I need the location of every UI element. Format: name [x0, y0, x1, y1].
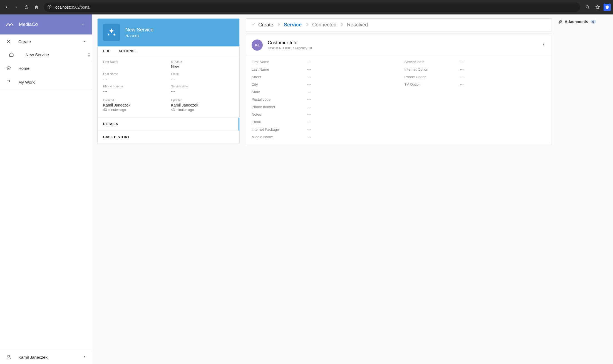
field-value: --- [307, 82, 311, 86]
detail-subvalue: 43 minutes ago [171, 108, 234, 112]
browser-chrome: localhost:3502/portal [0, 0, 613, 14]
detail-label: STATUS [171, 60, 234, 63]
case-title: New Service [125, 27, 153, 33]
field-value: --- [307, 112, 311, 117]
chevron-right-icon [340, 22, 344, 28]
browser-forward-button[interactable] [12, 3, 21, 11]
address-bar[interactable]: localhost:3502/portal [44, 3, 580, 12]
case-meta-item: CreatedKamil Janeczek43 minutes ago [103, 98, 166, 112]
person-icon [6, 354, 12, 360]
sidebar-collapse-button[interactable] [79, 21, 86, 28]
task-field-row: Last Name--- [252, 66, 393, 73]
detail-value: Kamil Janeczek [171, 103, 234, 107]
field-value: --- [460, 82, 464, 86]
chevron-right-icon [277, 22, 281, 28]
field-label: Street [252, 75, 307, 79]
field-label: Postal code [252, 97, 307, 101]
field-label: State [252, 90, 307, 94]
close-icon [6, 38, 12, 44]
browser-bookmark-button[interactable] [594, 3, 602, 11]
sidebar-item-label: My Work [18, 80, 86, 85]
detail-value: --- [103, 65, 166, 69]
chevron-right-icon [305, 22, 309, 28]
field-value: --- [307, 60, 311, 64]
field-label: TV Option [404, 82, 460, 86]
stage-resolved[interactable]: Resolved [347, 22, 368, 28]
field-label: Middle Name [252, 135, 307, 139]
task-field-row: City--- [252, 81, 393, 88]
sidebar-item-new-service[interactable]: New Service [0, 48, 92, 61]
tab-case-history[interactable]: CASE HISTORY [98, 131, 239, 144]
case-actions-menu[interactable]: ACTIONS... [118, 49, 138, 53]
case-detail-item: Email--- [171, 72, 234, 81]
detail-label: Updated [171, 98, 234, 102]
detail-value: --- [103, 89, 166, 93]
task-field-row: Street--- [252, 73, 393, 81]
sidebar-create-label: Create [18, 39, 76, 44]
task-field-row: Service date--- [404, 58, 546, 66]
detail-value: --- [171, 77, 234, 81]
case-meta-item: UpdatedKamil Janeczek43 minutes ago [171, 98, 234, 112]
attachments-button[interactable]: Attachments 0 [558, 19, 608, 24]
stage-connected[interactable]: Connected [312, 22, 336, 28]
brand-logo[interactable]: MediaCo [6, 21, 38, 28]
browser-back-button[interactable] [2, 3, 11, 11]
tab-details[interactable]: DETAILS [98, 118, 239, 131]
task-field-row: Email--- [252, 118, 393, 126]
task-subtitle: Task in N-11001 • Urgency 10 [268, 46, 312, 50]
field-value: --- [460, 75, 464, 79]
attachments-label: Attachments [565, 19, 588, 24]
detail-value: --- [103, 77, 166, 81]
task-field-row: Internet Package--- [252, 126, 393, 133]
field-value: --- [307, 75, 311, 79]
sidebar-item-label: Home [18, 66, 86, 71]
sidebar-stepper-icon[interactable] [88, 52, 90, 57]
attachments-count: 0 [590, 20, 596, 24]
browser-zoom-button[interactable] [584, 3, 592, 11]
svg-point-3 [586, 6, 589, 8]
field-value: --- [307, 135, 311, 139]
field-label: Internet Package [252, 127, 307, 132]
task-field-row: Internet Option--- [404, 66, 546, 73]
svg-rect-4 [9, 54, 13, 56]
svg-point-5 [8, 355, 10, 357]
sidebar-item-mywork[interactable]: My Work [0, 75, 92, 89]
task-expand-button[interactable] [542, 42, 546, 48]
task-field-row: Middle Name--- [252, 133, 393, 141]
sidebar-create-toggle[interactable]: Create [0, 34, 92, 48]
case-edit-button[interactable]: EDIT [103, 49, 111, 53]
browser-extension-icon[interactable] [604, 4, 611, 11]
browser-home-button[interactable] [32, 3, 41, 11]
detail-subvalue: 43 minutes ago [103, 108, 166, 112]
detail-label: Phone number [103, 85, 166, 88]
sidebar: MediaCo Create New Service [0, 14, 92, 364]
stage-service[interactable]: Service [284, 22, 302, 28]
field-value: --- [460, 60, 464, 64]
case-summary-card: New Service N-11001 EDIT ACTIONS... Firs… [97, 18, 240, 144]
sidebar-item-home[interactable]: Home [0, 61, 92, 75]
svg-rect-2 [49, 6, 49, 6]
browser-reload-button[interactable] [22, 3, 31, 11]
field-value: --- [307, 90, 311, 94]
case-header: New Service N-11001 [98, 19, 239, 46]
field-label: Notes [252, 112, 307, 117]
case-id: N-11001 [125, 34, 153, 38]
check-icon [251, 22, 255, 28]
detail-label: First Name [103, 60, 166, 63]
field-label: Internet Option [404, 67, 460, 71]
sidebar-user-name: Kamil Janeczek [18, 355, 76, 360]
field-value: --- [307, 97, 311, 101]
case-detail-item: STATUSNew [171, 60, 234, 69]
stage-create[interactable]: Create [258, 22, 273, 28]
sparkle-icon [103, 24, 120, 41]
field-label: First Name [252, 60, 307, 64]
task-field-row: Phone Option--- [404, 73, 546, 81]
case-detail-item: Phone number--- [103, 85, 166, 93]
site-info-icon[interactable] [47, 4, 52, 10]
task-field-row: Notes--- [252, 111, 393, 118]
sidebar-user-menu[interactable]: Kamil Janeczek [0, 350, 92, 364]
detail-value: New [171, 65, 234, 69]
field-value: --- [307, 67, 311, 71]
task-field-row: First Name--- [252, 58, 393, 66]
right-rail: Attachments 0 [558, 18, 608, 24]
